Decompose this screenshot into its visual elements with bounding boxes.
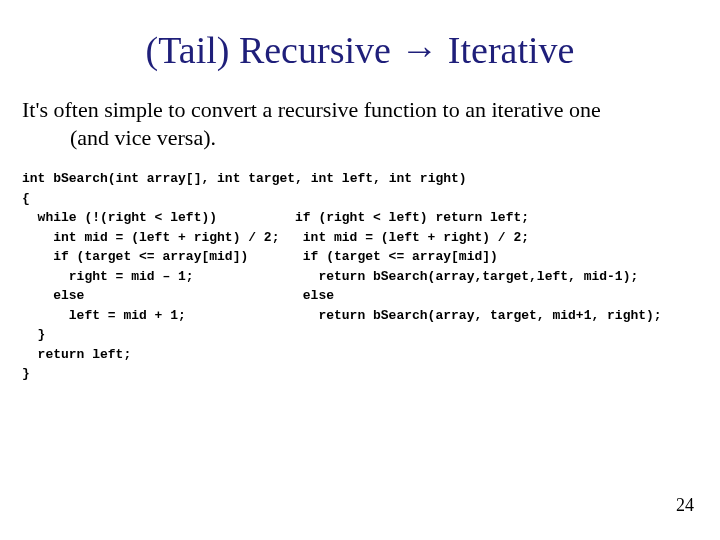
intro-text: It's often simple to convert a recursive…	[0, 96, 720, 151]
slide-title: (Tail) Recursive → Iterative	[0, 0, 720, 90]
recursive-code-block: if (right < left) return left; int mid =…	[295, 208, 662, 325]
title-right: Iterative	[438, 29, 574, 71]
intro-line-1: It's often simple to convert a recursive…	[22, 96, 698, 124]
title-left: (Tail) Recursive	[146, 29, 401, 71]
arrow-icon: →	[400, 29, 438, 71]
intro-line-2: (and vice versa).	[22, 124, 698, 152]
page-number: 24	[676, 495, 694, 516]
slide: (Tail) Recursive → Iterative It's often …	[0, 0, 720, 540]
